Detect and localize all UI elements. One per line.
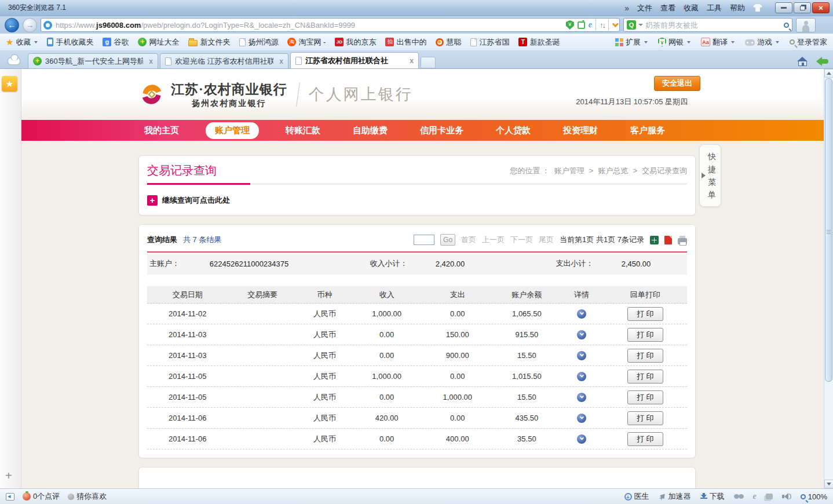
first-page-link[interactable]: 首页 xyxy=(461,235,476,245)
scrollbar-thumb[interactable] xyxy=(825,78,832,382)
favorites-menu[interactable]: ★收藏 xyxy=(6,37,38,48)
nav-home[interactable]: 我的主页 xyxy=(138,122,185,139)
print-page-icon[interactable] xyxy=(678,238,687,244)
print-receipt-button[interactable]: 打 印 xyxy=(627,307,663,321)
scroll-down-icon[interactable] xyxy=(824,480,833,488)
site-comments[interactable]: 0个点评 xyxy=(23,491,60,502)
minimize-button[interactable] xyxy=(775,2,792,13)
detail-expand-icon[interactable] xyxy=(577,393,586,402)
menu-help[interactable]: 帮助 xyxy=(730,3,745,13)
bookmark-taobao[interactable]: 淘淘宝网 - xyxy=(287,37,326,48)
next-page-link[interactable]: 下一页 xyxy=(510,235,533,245)
tab-close-icon[interactable]: x xyxy=(410,57,414,65)
extensions-button[interactable]: 扩展 xyxy=(615,37,648,48)
nav-transfer[interactable]: 转账汇款 xyxy=(280,122,326,139)
breadcrumb-transaction-query[interactable]: 交易记录查询 xyxy=(642,166,687,176)
refresh-switch-icon[interactable]: ↑↓ xyxy=(600,21,605,30)
bookmark-hc[interactable]: 慧聪 xyxy=(436,37,461,48)
page-number-input[interactable] xyxy=(414,235,434,245)
search-engine-caret-icon[interactable] xyxy=(638,24,643,26)
bookmark-pai[interactable]: 拍出售中的 xyxy=(385,37,426,48)
speaker-icon[interactable] xyxy=(782,493,791,500)
detail-expand-icon[interactable] xyxy=(577,372,586,381)
ebank-button[interactable]: ¥网银 xyxy=(658,37,690,48)
bookmark-mobile[interactable]: 手机收藏夹 xyxy=(47,37,93,48)
zoom-control[interactable]: 100% xyxy=(801,492,827,501)
logout-button[interactable]: 安全退出 xyxy=(654,76,700,91)
accelerator-button[interactable]: 加速器 xyxy=(659,491,691,502)
bookmark-jssg[interactable]: 江苏省国 xyxy=(470,37,509,48)
bookmark-folder[interactable]: 新文件夹 xyxy=(188,37,230,48)
cloud-sync-icon[interactable] xyxy=(7,57,21,65)
menu-overflow-icon[interactable]: » xyxy=(624,3,629,13)
url-text[interactable]: https://www.js96008.com/pweb/prelogin.do… xyxy=(56,21,562,30)
money-shield-icon[interactable]: ¥ xyxy=(566,20,574,30)
menu-favorites[interactable]: 收藏 xyxy=(684,3,699,13)
menu-file[interactable]: 文件 xyxy=(637,3,652,13)
new-tab-button[interactable] xyxy=(421,57,436,68)
sidebar-toggle-icon[interactable] xyxy=(6,493,14,501)
last-page-link[interactable]: 尾页 xyxy=(539,235,554,245)
export-excel-icon[interactable] xyxy=(650,236,659,244)
search-input[interactable] xyxy=(645,21,781,30)
back-button[interactable]: ← xyxy=(5,18,19,32)
incognito-mask-icon[interactable] xyxy=(734,494,739,499)
print-receipt-button[interactable]: 打 印 xyxy=(627,349,663,363)
restore-closed-tab-icon[interactable] xyxy=(816,57,828,66)
tab-welcome[interactable]: 欢迎光临 江苏省农村信用社联 x xyxy=(160,53,288,68)
nav-customer-service[interactable]: 客户服务 xyxy=(624,122,671,139)
nav-account-management[interactable]: 账户管理 xyxy=(206,122,259,139)
favorites-gadget-icon[interactable]: ★ xyxy=(2,76,17,92)
ie-compat-icon[interactable]: e xyxy=(589,21,592,29)
detail-expand-icon[interactable] xyxy=(577,434,586,444)
prev-page-link[interactable]: 上一页 xyxy=(482,235,505,245)
print-receipt-button[interactable]: 打 印 xyxy=(627,328,663,342)
bookmark-yzhy[interactable]: 扬州鸿源 xyxy=(239,37,278,48)
scroll-up-icon[interactable] xyxy=(824,69,833,78)
detail-expand-icon[interactable] xyxy=(577,309,586,319)
quick-menu-tab[interactable]: 快 捷 菜 单 xyxy=(699,144,721,207)
tab-close-icon[interactable]: x xyxy=(279,57,283,65)
doctor-button[interactable]: +医生 xyxy=(624,491,649,502)
print-receipt-button[interactable]: 打 印 xyxy=(627,390,663,404)
tab-close-icon[interactable]: x xyxy=(149,57,153,65)
print-receipt-button[interactable]: 打 印 xyxy=(627,370,663,384)
detail-expand-icon[interactable] xyxy=(577,351,586,360)
forward-button[interactable]: → xyxy=(23,18,37,32)
bookmark-xmas[interactable]: T新款圣诞 xyxy=(518,37,560,48)
url-dropdown-icon[interactable] xyxy=(612,21,619,27)
search-engine-icon[interactable]: Q xyxy=(627,20,636,30)
breadcrumb-account-management[interactable]: 账户管理 xyxy=(554,166,584,176)
share-icon[interactable] xyxy=(578,21,585,29)
vertical-scrollbar[interactable] xyxy=(824,69,833,488)
ie-mode-icon[interactable]: e xyxy=(753,492,757,501)
detail-expand-icon[interactable] xyxy=(577,414,586,423)
print-receipt-button[interactable]: 打 印 xyxy=(627,432,663,446)
window-layers-icon[interactable] xyxy=(766,494,773,499)
restore-button[interactable] xyxy=(794,2,811,13)
bookmark-jd[interactable]: JD我的京东 xyxy=(335,37,376,48)
search-go-icon[interactable] xyxy=(784,23,789,28)
go-button[interactable]: Go xyxy=(440,234,455,246)
download-button[interactable]: 下载 xyxy=(700,491,725,502)
nav-credit-card[interactable]: 信用卡业务 xyxy=(414,122,469,139)
export-pdf-icon[interactable] xyxy=(664,236,672,244)
add-gadget-icon[interactable]: + xyxy=(5,471,12,480)
tab-360nav[interactable]: + 360导航_新一代安全上网导航 x xyxy=(28,53,158,68)
bookmark-nav360[interactable]: +网址大全 xyxy=(138,37,179,48)
continue-query-link[interactable]: + 继续查询可点击此处 xyxy=(147,195,687,206)
menu-tools[interactable]: 工具 xyxy=(707,3,722,13)
detail-expand-icon[interactable] xyxy=(577,330,586,339)
print-receipt-button[interactable]: 打 印 xyxy=(627,411,663,425)
games-button[interactable]: 游戏 xyxy=(745,37,779,48)
close-button[interactable]: × xyxy=(812,2,830,13)
translate-button[interactable]: Aa翻译 xyxy=(701,37,735,48)
search-box[interactable]: Q xyxy=(623,18,792,32)
user-avatar-button[interactable] xyxy=(796,18,816,32)
nav-personal-loan[interactable]: 个人贷款 xyxy=(490,122,536,139)
nav-investment[interactable]: 投资理财 xyxy=(557,122,604,139)
guess-you-like[interactable]: 猜你喜欢 xyxy=(68,491,107,502)
nav-self-payment[interactable]: 自助缴费 xyxy=(347,122,393,139)
url-box[interactable]: https://www.js96008.com/pweb/prelogin.do… xyxy=(41,18,620,32)
menu-view[interactable]: 查看 xyxy=(660,3,675,13)
